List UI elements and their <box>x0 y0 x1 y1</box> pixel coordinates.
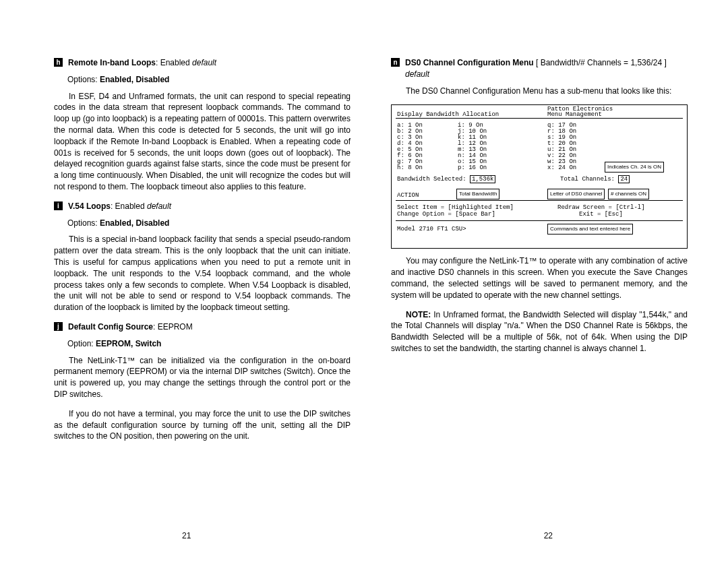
menu-screenshot: Display Bandwidth Allocation Patton Elec… <box>391 104 688 249</box>
box-h: h <box>54 58 63 67</box>
para-note: NOTE: In Unframed format, the Bandwidth … <box>391 309 688 354</box>
para-j1: The NetLink-T1™ can be initialized via t… <box>54 355 351 400</box>
box-i: i <box>54 201 63 210</box>
para-j2: If you do not have a terminal, you may f… <box>54 408 351 442</box>
item-i: i V.54 Loops: Enabled default <box>54 201 351 212</box>
left-column: h Remote In-band Loops: Enabled default … <box>54 57 351 562</box>
intro: The DS0 Channel Configuration Menu has a… <box>391 86 688 97</box>
item-h: h Remote In-band Loops: Enabled default <box>54 57 351 69</box>
para-h: In ESF, D4 and Unframed formats, the uni… <box>54 91 351 193</box>
page-num-right: 22 <box>544 531 553 540</box>
item-j: j Default Config Source: EEPROM <box>54 321 351 333</box>
para-i: This is a special in-band loopback facil… <box>54 234 351 313</box>
para-r1: You may configure the NetLink-T1™ to ope… <box>391 255 688 301</box>
item-n: n DS0 Channel Configuration Menu [ Bandw… <box>391 57 688 80</box>
page-num-left: 21 <box>182 531 191 540</box>
box-n: n <box>391 58 400 67</box>
right-column: n DS0 Channel Configuration Menu [ Bandw… <box>391 57 688 562</box>
box-j: j <box>54 322 63 331</box>
